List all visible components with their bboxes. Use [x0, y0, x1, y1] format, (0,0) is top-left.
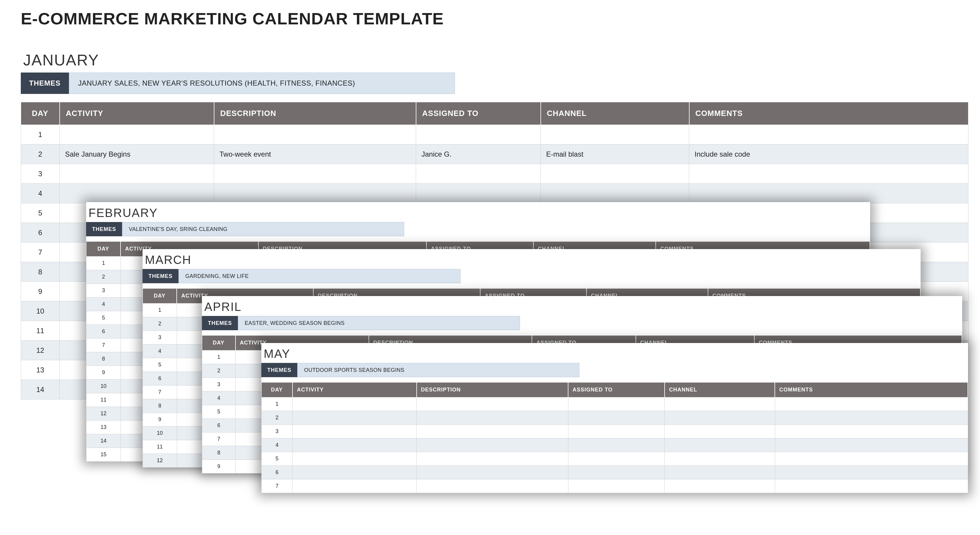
cell-channel[interactable] — [665, 466, 775, 479]
cell-comments[interactable]: Include sale code — [689, 144, 969, 164]
cell-assigned[interactable] — [416, 184, 541, 203]
cell-activity[interactable] — [60, 164, 214, 184]
cell-description[interactable] — [214, 164, 416, 184]
cell-comments[interactable] — [775, 452, 968, 466]
cell-day: 13 — [86, 420, 121, 434]
table-header-row: DAY ACTIVITY DESCRIPTION ASSIGNED TO CHA… — [262, 383, 968, 398]
table-row: 1 — [21, 125, 969, 144]
cell-day: 1 — [86, 257, 121, 270]
cell-day: 3 — [262, 425, 293, 438]
th-assigned: ASSIGNED TO — [568, 383, 665, 398]
table-row: 3 — [262, 425, 968, 438]
cell-day: 10 — [21, 301, 60, 321]
cell-assigned[interactable] — [568, 479, 665, 493]
cell-description[interactable] — [214, 184, 416, 203]
themes-label: THEMES — [21, 72, 69, 94]
cell-description[interactable] — [214, 125, 416, 144]
table-header-row: DAY ACTIVITY DESCRIPTION ASSIGNED TO CHA… — [21, 102, 969, 125]
cell-description[interactable] — [417, 411, 568, 425]
cell-channel[interactable] — [665, 398, 775, 411]
themes-value[interactable]: JANUARY SALES, NEW YEAR'S RESOLUTIONS (H… — [69, 72, 455, 94]
cell-activity[interactable] — [293, 452, 417, 466]
th-channel: CHANNEL — [665, 383, 775, 398]
cell-comments[interactable] — [775, 438, 968, 452]
cell-comments[interactable] — [689, 164, 969, 184]
cell-channel[interactable] — [541, 184, 689, 203]
cell-description[interactable] — [417, 452, 568, 466]
cell-channel[interactable] — [541, 164, 689, 184]
cell-comments[interactable] — [689, 125, 969, 144]
cell-activity[interactable] — [60, 184, 214, 203]
cell-comments[interactable] — [689, 184, 969, 203]
cell-activity[interactable] — [293, 438, 417, 452]
cell-assigned[interactable] — [568, 452, 665, 466]
cell-channel[interactable]: E-mail blast — [541, 144, 689, 164]
cell-day: 5 — [86, 311, 121, 325]
cell-description[interactable] — [417, 479, 568, 493]
table-row: 2 — [262, 411, 968, 425]
cell-comments[interactable] — [775, 398, 968, 411]
cell-activity[interactable] — [293, 466, 417, 479]
cell-day: 7 — [143, 385, 177, 399]
cell-day: 5 — [21, 203, 60, 223]
table-row: 1 — [262, 398, 968, 411]
cell-day: 9 — [21, 282, 60, 301]
cell-channel[interactable] — [665, 479, 775, 493]
month-title: MARCH — [143, 249, 921, 269]
cell-channel[interactable] — [665, 425, 775, 438]
cell-day: 1 — [143, 303, 177, 317]
cell-day: 12 — [86, 407, 121, 420]
cell-assigned[interactable] — [568, 425, 665, 438]
cell-activity[interactable] — [293, 398, 417, 411]
cell-activity[interactable] — [293, 479, 417, 493]
cell-channel[interactable] — [665, 452, 775, 466]
cell-activity[interactable] — [293, 425, 417, 438]
cell-description[interactable] — [417, 425, 568, 438]
cell-assigned[interactable] — [568, 466, 665, 479]
cell-description[interactable] — [417, 438, 568, 452]
cell-comments[interactable] — [775, 479, 968, 493]
cell-channel[interactable] — [541, 125, 689, 144]
cell-day: 8 — [21, 262, 60, 282]
cell-day: 3 — [202, 378, 235, 391]
themes-value[interactable]: VALENTINE'S DAY, SRING CLEANING — [122, 222, 404, 236]
cell-channel[interactable] — [665, 411, 775, 425]
cell-day: 7 — [202, 433, 235, 446]
cell-day: 8 — [202, 446, 235, 460]
month-title: FEBRUARY — [86, 202, 870, 222]
table-row: 4 — [21, 184, 969, 203]
cell-assigned[interactable] — [568, 398, 665, 411]
cell-activity[interactable]: Sale January Begins — [60, 144, 214, 164]
cell-comments[interactable] — [775, 411, 968, 425]
cell-day: 11 — [143, 440, 177, 454]
themes-value[interactable]: OUTDOOR SPORTS SEASON BEGINS — [297, 363, 579, 377]
cell-day: 8 — [86, 352, 121, 366]
themes-value[interactable]: EASTER, WEDDING SEASON BEGINS — [238, 316, 520, 330]
th-day: DAY — [262, 383, 293, 398]
cell-description[interactable]: Two-week event — [214, 144, 416, 164]
cell-day: 2 — [262, 411, 293, 425]
cell-activity[interactable] — [293, 411, 417, 425]
themes-row: THEMES OUTDOOR SPORTS SEASON BEGINS — [261, 363, 968, 377]
cell-assigned[interactable] — [416, 164, 541, 184]
cell-day: 4 — [86, 297, 121, 311]
themes-label: THEMES — [202, 316, 238, 330]
cell-assigned[interactable] — [568, 438, 665, 452]
th-day: DAY — [86, 242, 121, 257]
cell-day: 1 — [262, 398, 293, 411]
cell-comments[interactable] — [775, 425, 968, 438]
cell-day: 2 — [202, 364, 235, 378]
cell-day: 6 — [262, 466, 293, 479]
cell-comments[interactable] — [775, 466, 968, 479]
cell-description[interactable] — [417, 466, 568, 479]
cell-day: 2 — [86, 270, 121, 284]
cell-day: 11 — [21, 321, 60, 341]
cell-channel[interactable] — [665, 438, 775, 452]
cell-assigned[interactable] — [568, 411, 665, 425]
cell-description[interactable] — [417, 398, 568, 411]
cell-activity[interactable] — [60, 125, 214, 144]
themes-value[interactable]: GARDENING, NEW LIFE — [178, 269, 461, 283]
cell-assigned[interactable] — [416, 125, 541, 144]
month-panel-may: MAY THEMES OUTDOOR SPORTS SEASON BEGINS … — [261, 343, 968, 493]
cell-assigned[interactable]: Janice G. — [416, 144, 541, 164]
